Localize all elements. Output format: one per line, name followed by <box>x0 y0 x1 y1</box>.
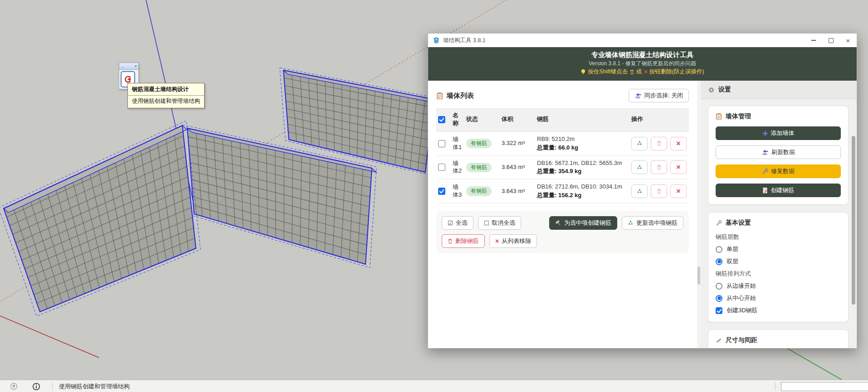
single-layer-label: 单层 <box>727 245 738 253</box>
lightbulb-icon <box>580 69 586 75</box>
main-scrollbar-thumb[interactable] <box>697 266 700 285</box>
wall-list-heading: 墙体列表 <box>447 92 474 100</box>
table-row: 墙体3 有钢筋 3.643 m³ DB16: 2712.6m, DB10: 30… <box>436 179 689 203</box>
row1-checkbox[interactable] <box>438 140 445 147</box>
row1-weight: 总重量: 66.0 kg <box>537 144 628 152</box>
radio-icon[interactable] <box>716 283 722 290</box>
refresh-data-label: 刷新数据 <box>771 148 795 156</box>
measurements-input[interactable] <box>781 382 868 391</box>
radio-selected-icon[interactable] <box>716 295 722 302</box>
row3-checkbox[interactable] <box>438 188 445 195</box>
status-badge: 有钢筋 <box>466 163 492 173</box>
row3-delete-rebar-button[interactable] <box>651 184 667 198</box>
panel-scrollbar-thumb[interactable] <box>852 136 855 305</box>
basic-settings-heading: 基本设置 <box>726 219 751 227</box>
wall-management-heading: 墙体管理 <box>726 112 751 121</box>
remove-from-list-button[interactable]: × 从列表移除 <box>489 234 537 248</box>
deselect-all-button[interactable]: ☐ 取消全选 <box>478 216 522 230</box>
trash-icon <box>448 238 453 244</box>
col-name: 名称 <box>451 108 464 131</box>
maximize-button[interactable] <box>822 34 839 47</box>
create-3d-rebar-option[interactable]: 创建3D钢筋 <box>716 306 841 315</box>
rebar-arrangement-label: 钢筋排列方式 <box>716 270 841 278</box>
row3-rebar: DB16: 2712.6m, DB10: 3034.1m <box>537 183 628 191</box>
checked-box-icon: ☑ <box>448 220 453 227</box>
status-badge: 有钢筋 <box>466 139 492 149</box>
arrange-option-center[interactable]: 从中心开始 <box>716 294 841 302</box>
recycle-icon <box>628 220 634 226</box>
row3-volume: 3.643 m³ <box>500 179 535 203</box>
tip-text-1: 按住Shift键点击 <box>588 68 628 76</box>
list-actions: ☑ 全选 ☐ 取消全选 为选中项创建钢筋 <box>436 211 689 253</box>
clipboard-icon <box>716 113 722 120</box>
sync-selection-button[interactable]: END 同步选择: 关闭 <box>629 89 689 102</box>
repair-data-button[interactable]: 修复数据 <box>716 165 841 178</box>
row3-remove-button[interactable]: × <box>670 184 687 198</box>
main-scrollbar[interactable] <box>697 81 701 348</box>
double-layer-label: 双层 <box>727 257 738 266</box>
close-button[interactable]: × <box>839 34 857 47</box>
create-rebar-selected-button[interactable]: 为选中项创建钢筋 <box>549 216 617 230</box>
row2-remove-button[interactable]: × <box>670 160 687 174</box>
geolocation-button[interactable] <box>10 382 18 390</box>
remove-from-list-label: 从列表移除 <box>502 237 531 245</box>
table-row: 墙体1 有钢筋 3.322 m³ RB9: 5210.2m 总重量: 66.0 … <box>436 131 689 155</box>
tooltip-description: 使用钢筋创建和管理墙结构 <box>128 96 204 108</box>
row1-recreate-button[interactable] <box>631 137 648 150</box>
delete-rebar-label: 删除钢筋 <box>455 237 479 245</box>
select-all-checkbox[interactable] <box>438 116 445 123</box>
layer-option-double[interactable]: 双层 <box>716 257 841 266</box>
row3-recreate-button[interactable] <box>631 184 648 198</box>
toolbar-close-icon[interactable]: × <box>135 64 137 68</box>
plus-icon <box>762 131 768 136</box>
table-row: 墙体2 有钢筋 3.643 m³ DB16: 5672.1m, DB12: 56… <box>436 155 689 179</box>
create-rebar-button[interactable]: 创建钢筋 <box>716 184 841 197</box>
update-rebar-selected-button[interactable]: 更新选中项钢筋 <box>622 216 683 230</box>
arrange-option-edge[interactable]: 从边缘开始 <box>716 282 841 290</box>
radio-selected-icon[interactable] <box>716 258 722 265</box>
trash-icon <box>657 189 662 194</box>
layer-option-single[interactable]: 单层 <box>716 245 841 253</box>
row2-delete-rebar-button[interactable] <box>651 160 667 174</box>
maximize-icon <box>829 38 834 43</box>
row1-delete-rebar-button[interactable] <box>651 137 667 150</box>
wall-3d-object-left[interactable] <box>0 121 200 316</box>
refresh-data-button[interactable]: END 刷新数据 <box>716 145 841 159</box>
dialog-titlebar[interactable]: 墙结构工具 3.8.1 × <box>428 34 857 47</box>
recycle-icon <box>637 189 643 194</box>
from-center-label: 从中心开始 <box>727 294 756 302</box>
minimize-button[interactable] <box>805 34 822 47</box>
row1-name: 墙体1 <box>451 131 464 155</box>
row2-recreate-button[interactable] <box>631 160 648 174</box>
row2-volume: 3.643 m³ <box>500 155 535 179</box>
wrench-icon <box>716 220 722 226</box>
x-icon: × <box>676 188 680 195</box>
select-all-label: 全选 <box>456 219 468 227</box>
row2-checkbox[interactable] <box>438 164 445 171</box>
app-logo-icon <box>433 37 440 44</box>
delete-rebar-button[interactable]: 删除钢筋 <box>442 234 485 248</box>
row1-remove-button[interactable]: × <box>670 137 687 150</box>
rebar-tool-icon <box>124 75 132 83</box>
update-rebar-selected-label: 更新选中项钢筋 <box>636 219 678 227</box>
info-button[interactable] <box>32 382 40 391</box>
end-arrow-icon: END <box>634 92 642 99</box>
shift-delete-tip: 按住Shift键点击 或 × 按钮删除(防止误操作) <box>428 68 857 76</box>
statusbar-hint: 使用钢筋创建和管理墙结构 <box>59 382 775 391</box>
deselect-all-label: 取消全选 <box>492 219 515 227</box>
floating-toolbar-titlebar[interactable]: ... × <box>119 63 139 70</box>
create-3d-rebar-label: 创建3D钢筋 <box>727 306 758 315</box>
x-icon: × <box>644 68 648 76</box>
minimize-icon <box>811 40 816 41</box>
create-3d-rebar-checkbox[interactable] <box>716 307 722 314</box>
add-wall-button[interactable]: 添加墙体 <box>716 126 841 140</box>
select-all-button[interactable]: ☑ 全选 <box>442 216 473 230</box>
rebar-layers-label: 钢筋层数 <box>716 233 841 241</box>
dimensions-heading: 尺寸与间距 <box>726 336 757 344</box>
trash-icon <box>629 69 634 75</box>
radio-icon[interactable] <box>716 246 722 253</box>
row3-name: 墙体3 <box>451 179 464 203</box>
ruler-icon <box>716 337 722 344</box>
status-badge: 有钢筋 <box>466 186 492 196</box>
statusbar-divider <box>775 382 775 391</box>
